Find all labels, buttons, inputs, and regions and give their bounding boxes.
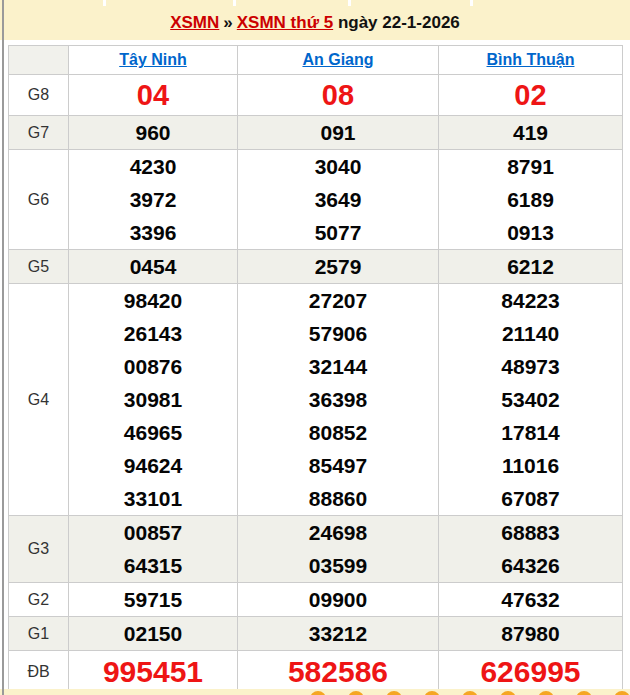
prize-number: 6212 <box>439 250 622 283</box>
prize-number: 36398 <box>238 383 438 416</box>
prize-number: 3649 <box>238 183 438 216</box>
prize-row-G5: G5045425796212 <box>9 250 623 284</box>
province-link-binh-thuan[interactable]: Bình Thuận <box>487 51 575 68</box>
province-link-tay-ninh[interactable]: Tây Ninh <box>119 51 187 68</box>
prize-values-cell: 626995 <box>439 651 623 694</box>
prize-number: 33101 <box>69 482 237 515</box>
prize-number: 94624 <box>69 449 237 482</box>
prize-values-cell: 582586 <box>238 651 439 694</box>
prize-number: 24698 <box>238 516 438 549</box>
prize-number: 48973 <box>439 350 622 383</box>
prize-number: 00857 <box>69 516 237 549</box>
prize-number: 11016 <box>439 449 622 482</box>
prize-number: 32144 <box>238 350 438 383</box>
prize-number: 47632 <box>439 583 622 616</box>
prize-values-cell: 419 <box>439 116 623 150</box>
lottery-ball-icon <box>576 691 592 695</box>
prize-number: 57906 <box>238 317 438 350</box>
prize-row-G7: G7960091419 <box>9 116 623 150</box>
prize-number: 98420 <box>69 284 237 317</box>
prize-number: 582586 <box>238 651 438 693</box>
title-separator: » <box>223 13 232 32</box>
tab-remnant <box>351 0 470 6</box>
prize-number: 08 <box>238 75 438 115</box>
prize-number: 960 <box>69 116 237 149</box>
table-header-row: Tây Ninh An Giang Bình Thuận <box>9 46 623 75</box>
prize-label: G4 <box>9 284 69 516</box>
prize-values-cell: 04 <box>69 75 238 116</box>
prize-number: 21140 <box>439 317 622 350</box>
prize-values-cell: 304036495077 <box>238 150 439 250</box>
prize-number: 4230 <box>69 150 237 183</box>
province-link-an-giang[interactable]: An Giang <box>302 51 373 68</box>
prize-number: 3972 <box>69 183 237 216</box>
prize-values-cell: 33212 <box>238 617 439 651</box>
prize-number: 2579 <box>238 250 438 283</box>
prize-values-cell: 879161890913 <box>439 150 623 250</box>
prize-label: G8 <box>9 75 69 116</box>
tab-remnant <box>106 0 233 6</box>
prize-row-G4: G498420261430087630981469659462433101272… <box>9 284 623 516</box>
prize-number: 33212 <box>238 617 438 650</box>
prize-label: G5 <box>9 250 69 284</box>
prize-number: 04 <box>69 75 237 115</box>
prize-values-cell: 6888364326 <box>439 516 623 583</box>
page-title: XSMN»XSMN thứ 5 ngày 22-1-2026 <box>0 6 630 40</box>
prize-number: 02 <box>439 75 622 115</box>
prize-label: G3 <box>9 516 69 583</box>
prize-values-cell: 87980 <box>439 617 623 651</box>
prize-number: 5077 <box>238 216 438 249</box>
prize-number: 67087 <box>439 482 622 515</box>
tab-remnant <box>0 0 103 6</box>
prize-number: 8791 <box>439 150 622 183</box>
prize-number: 64315 <box>69 549 237 582</box>
lottery-ball-icon <box>424 691 440 695</box>
prize-values-cell: 02 <box>439 75 623 116</box>
prize-number: 80852 <box>238 416 438 449</box>
tab-remnant <box>473 0 630 6</box>
xsmn-link[interactable]: XSMN <box>170 13 219 32</box>
lottery-ball-icon <box>386 691 402 695</box>
prize-label: ĐB <box>9 651 69 694</box>
prize-number: 84223 <box>439 284 622 317</box>
prize-number: 0454 <box>69 250 237 283</box>
prize-number: 68883 <box>439 516 622 549</box>
prize-row-G8: G8040802 <box>9 75 623 116</box>
prize-values-cell: 98420261430087630981469659462433101 <box>69 284 238 516</box>
results-table: Tây Ninh An Giang Bình Thuận G8040802G79… <box>8 45 623 695</box>
prize-number: 59715 <box>69 583 237 616</box>
prize-number: 0913 <box>439 216 622 249</box>
lottery-ball-icon <box>310 691 326 695</box>
corner-cell <box>9 46 69 75</box>
prize-row-G3: G3008576431524698035996888364326 <box>9 516 623 583</box>
prize-row-DB: ĐB995451582586626995 <box>9 651 623 694</box>
prize-label: G7 <box>9 116 69 150</box>
prize-number: 419 <box>439 116 622 149</box>
prize-number: 02150 <box>69 617 237 650</box>
prize-values-cell: 423039723396 <box>69 150 238 250</box>
xsmn-thu5-link[interactable]: XSMN thứ 5 <box>237 13 333 32</box>
prize-values-cell: 0454 <box>69 250 238 284</box>
prize-values-cell: 02150 <box>69 617 238 651</box>
prize-label: G2 <box>9 583 69 617</box>
prize-number: 64326 <box>439 549 622 582</box>
prize-number: 53402 <box>439 383 622 416</box>
lottery-ball-icon <box>614 691 630 695</box>
prize-values-cell: 47632 <box>439 583 623 617</box>
lottery-ball-icon <box>462 691 478 695</box>
prize-values-cell: 6212 <box>439 250 623 284</box>
prize-values-cell: 27207579063214436398808528549788860 <box>238 284 439 516</box>
tab-bar-remnant <box>0 0 630 6</box>
column-header-an-giang: An Giang <box>238 46 439 75</box>
prize-values-cell: 08 <box>238 75 439 116</box>
page-edge-line <box>2 0 4 695</box>
next-section-strip <box>0 689 630 695</box>
prize-values-cell: 2469803599 <box>238 516 439 583</box>
lottery-ball-icon <box>348 691 364 695</box>
prize-number: 3396 <box>69 216 237 249</box>
prize-number: 30981 <box>69 383 237 416</box>
tab-remnant <box>236 0 348 6</box>
column-header-binh-thuan: Bình Thuận <box>439 46 623 75</box>
results-tbody: G8040802G7960091419G64230397233963040364… <box>9 75 623 695</box>
prize-number: 6189 <box>439 183 622 216</box>
